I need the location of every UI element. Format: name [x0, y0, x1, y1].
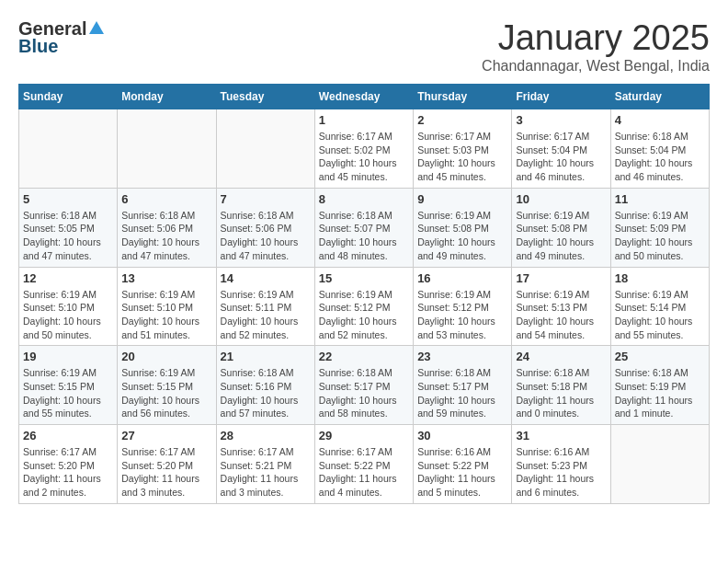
calendar-cell: 21Sunrise: 6:18 AM Sunset: 5:16 PM Dayli…	[216, 346, 314, 425]
day-number: 19	[23, 350, 113, 363]
calendar-cell	[118, 109, 216, 189]
day-number: 8	[319, 192, 409, 206]
day-number: 12	[23, 271, 113, 285]
location-text: Chandannagar, West Bengal, India	[482, 58, 710, 75]
day-info: Sunrise: 6:18 AM Sunset: 5:17 PM Dayligh…	[319, 366, 409, 420]
calendar-cell: 14Sunrise: 6:19 AM Sunset: 5:11 PM Dayli…	[216, 267, 314, 346]
calendar-cell: 12Sunrise: 6:19 AM Sunset: 5:10 PM Dayli…	[19, 267, 118, 346]
day-number: 18	[615, 271, 705, 285]
day-info: Sunrise: 6:16 AM Sunset: 5:22 PM Dayligh…	[417, 445, 507, 500]
day-info: Sunrise: 6:19 AM Sunset: 5:10 PM Dayligh…	[121, 288, 211, 342]
calendar-cell: 23Sunrise: 6:18 AM Sunset: 5:17 PM Dayli…	[414, 346, 512, 425]
svg-marker-0	[89, 21, 104, 34]
day-info: Sunrise: 6:18 AM Sunset: 5:06 PM Dayligh…	[221, 209, 311, 263]
calendar-cell: 31Sunrise: 6:16 AM Sunset: 5:23 PM Dayli…	[512, 425, 610, 504]
day-info: Sunrise: 6:18 AM Sunset: 5:16 PM Dayligh…	[221, 366, 311, 420]
day-info: Sunrise: 6:18 AM Sunset: 5:04 PM Dayligh…	[615, 130, 705, 184]
day-number: 24	[516, 350, 606, 363]
calendar-cell: 28Sunrise: 6:17 AM Sunset: 5:21 PM Dayli…	[216, 425, 314, 504]
day-number: 7	[221, 192, 311, 206]
calendar-cell: 10Sunrise: 6:19 AM Sunset: 5:08 PM Dayli…	[512, 188, 610, 267]
logo-blue-text: Blue	[18, 36, 105, 57]
day-info: Sunrise: 6:19 AM Sunset: 5:11 PM Dayligh…	[221, 288, 311, 342]
day-number: 31	[516, 429, 606, 442]
day-number: 25	[615, 350, 705, 363]
weekday-header-monday: Monday	[118, 85, 216, 109]
weekday-header-friday: Friday	[512, 85, 610, 109]
day-number: 3	[516, 113, 606, 127]
day-number: 28	[221, 429, 311, 442]
day-info: Sunrise: 6:19 AM Sunset: 5:12 PM Dayligh…	[319, 288, 409, 342]
calendar-cell: 17Sunrise: 6:19 AM Sunset: 5:13 PM Dayli…	[512, 267, 610, 346]
calendar-week-row: 1Sunrise: 6:17 AM Sunset: 5:02 PM Daylig…	[19, 109, 710, 189]
calendar-cell: 15Sunrise: 6:19 AM Sunset: 5:12 PM Dayli…	[314, 267, 413, 346]
day-info: Sunrise: 6:19 AM Sunset: 5:08 PM Dayligh…	[516, 209, 606, 263]
day-number: 5	[23, 192, 113, 206]
day-number: 20	[121, 350, 211, 363]
day-info: Sunrise: 6:19 AM Sunset: 5:15 PM Dayligh…	[23, 366, 113, 420]
logo: General Blue	[18, 18, 105, 57]
day-number: 17	[516, 271, 606, 285]
day-number: 22	[319, 350, 409, 363]
calendar-week-row: 5Sunrise: 6:18 AM Sunset: 5:05 PM Daylig…	[19, 188, 710, 267]
day-info: Sunrise: 6:17 AM Sunset: 5:02 PM Dayligh…	[319, 130, 409, 184]
day-info: Sunrise: 6:17 AM Sunset: 5:20 PM Dayligh…	[23, 445, 113, 500]
calendar-week-row: 12Sunrise: 6:19 AM Sunset: 5:10 PM Dayli…	[19, 267, 710, 346]
day-info: Sunrise: 6:16 AM Sunset: 5:23 PM Dayligh…	[516, 445, 606, 500]
calendar-cell: 1Sunrise: 6:17 AM Sunset: 5:02 PM Daylig…	[314, 109, 413, 189]
day-info: Sunrise: 6:17 AM Sunset: 5:22 PM Dayligh…	[319, 445, 409, 500]
calendar-header-row: SundayMondayTuesdayWednesdayThursdayFrid…	[19, 85, 710, 109]
calendar-cell: 3Sunrise: 6:17 AM Sunset: 5:04 PM Daylig…	[512, 109, 610, 189]
calendar-cell: 26Sunrise: 6:17 AM Sunset: 5:20 PM Dayli…	[19, 425, 118, 504]
calendar-week-row: 19Sunrise: 6:19 AM Sunset: 5:15 PM Dayli…	[19, 346, 710, 425]
day-number: 1	[319, 113, 409, 127]
day-number: 15	[319, 271, 409, 285]
calendar-table: SundayMondayTuesdayWednesdayThursdayFrid…	[18, 84, 710, 504]
calendar-cell: 18Sunrise: 6:19 AM Sunset: 5:14 PM Dayli…	[610, 267, 709, 346]
page-header: General Blue January 2025 Chandannagar, …	[18, 18, 710, 75]
day-number: 6	[121, 192, 211, 206]
calendar-cell: 8Sunrise: 6:18 AM Sunset: 5:07 PM Daylig…	[314, 188, 413, 267]
calendar-cell	[19, 109, 118, 189]
day-number: 21	[221, 350, 311, 363]
day-number: 27	[121, 429, 211, 442]
day-number: 4	[615, 113, 705, 127]
weekday-header-saturday: Saturday	[610, 85, 709, 109]
day-info: Sunrise: 6:17 AM Sunset: 5:21 PM Dayligh…	[221, 445, 311, 500]
calendar-cell: 5Sunrise: 6:18 AM Sunset: 5:05 PM Daylig…	[19, 188, 118, 267]
day-info: Sunrise: 6:17 AM Sunset: 5:03 PM Dayligh…	[417, 130, 507, 184]
day-info: Sunrise: 6:19 AM Sunset: 5:14 PM Dayligh…	[615, 288, 705, 342]
day-info: Sunrise: 6:19 AM Sunset: 5:12 PM Dayligh…	[417, 288, 507, 342]
calendar-cell: 30Sunrise: 6:16 AM Sunset: 5:22 PM Dayli…	[414, 425, 512, 504]
calendar-cell: 19Sunrise: 6:19 AM Sunset: 5:15 PM Dayli…	[19, 346, 118, 425]
day-info: Sunrise: 6:19 AM Sunset: 5:08 PM Dayligh…	[417, 209, 507, 263]
calendar-cell: 24Sunrise: 6:18 AM Sunset: 5:18 PM Dayli…	[512, 346, 610, 425]
day-info: Sunrise: 6:18 AM Sunset: 5:19 PM Dayligh…	[615, 366, 705, 420]
weekday-header-thursday: Thursday	[414, 85, 512, 109]
weekday-header-sunday: Sunday	[19, 85, 118, 109]
calendar-cell: 6Sunrise: 6:18 AM Sunset: 5:06 PM Daylig…	[118, 188, 216, 267]
day-number: 13	[121, 271, 211, 285]
day-info: Sunrise: 6:19 AM Sunset: 5:09 PM Dayligh…	[615, 209, 705, 263]
day-number: 14	[221, 271, 311, 285]
calendar-cell	[610, 425, 709, 504]
day-info: Sunrise: 6:18 AM Sunset: 5:05 PM Dayligh…	[23, 209, 113, 263]
calendar-cell: 20Sunrise: 6:19 AM Sunset: 5:15 PM Dayli…	[118, 346, 216, 425]
day-info: Sunrise: 6:17 AM Sunset: 5:04 PM Dayligh…	[516, 130, 606, 184]
calendar-cell: 25Sunrise: 6:18 AM Sunset: 5:19 PM Dayli…	[610, 346, 709, 425]
calendar-cell: 13Sunrise: 6:19 AM Sunset: 5:10 PM Dayli…	[118, 267, 216, 346]
day-info: Sunrise: 6:19 AM Sunset: 5:15 PM Dayligh…	[121, 366, 211, 420]
day-info: Sunrise: 6:18 AM Sunset: 5:06 PM Dayligh…	[121, 209, 211, 263]
calendar-cell: 27Sunrise: 6:17 AM Sunset: 5:20 PM Dayli…	[118, 425, 216, 504]
calendar-cell: 22Sunrise: 6:18 AM Sunset: 5:17 PM Dayli…	[314, 346, 413, 425]
day-info: Sunrise: 6:18 AM Sunset: 5:17 PM Dayligh…	[417, 366, 507, 420]
weekday-header-wednesday: Wednesday	[314, 85, 413, 109]
day-number: 16	[417, 271, 507, 285]
day-number: 30	[417, 429, 507, 442]
calendar-cell: 2Sunrise: 6:17 AM Sunset: 5:03 PM Daylig…	[414, 109, 512, 189]
day-number: 23	[417, 350, 507, 363]
day-number: 29	[319, 429, 409, 442]
day-number: 9	[417, 192, 507, 206]
calendar-cell: 16Sunrise: 6:19 AM Sunset: 5:12 PM Dayli…	[414, 267, 512, 346]
day-info: Sunrise: 6:17 AM Sunset: 5:20 PM Dayligh…	[121, 445, 211, 500]
